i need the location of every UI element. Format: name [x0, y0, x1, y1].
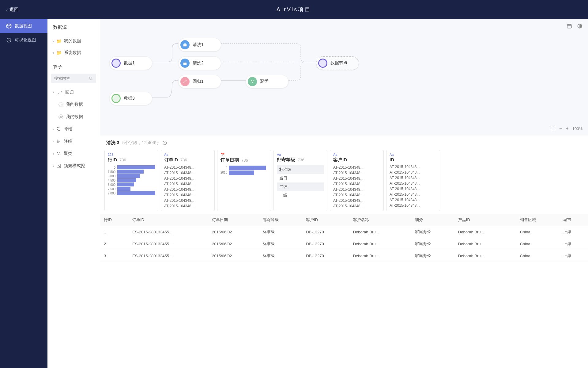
- chevron-down-icon: ⌄: [53, 91, 56, 94]
- data-table[interactable]: 行ID订单ID订单日期邮寄等级客户ID客户名称细分产品ID销售区域城市 1ES-…: [100, 214, 588, 368]
- svg-point-15: [59, 166, 60, 167]
- sources-heading: 数据源: [47, 25, 100, 35]
- zoom-controls: ⛶ − + 100%: [551, 126, 582, 131]
- card-id[interactable]: Aa ID AT-2015-104348...AT-2015-104348...…: [386, 150, 440, 211]
- svg-point-12: [60, 155, 61, 155]
- type-badge: 📅: [221, 153, 268, 157]
- dimred-icon: [56, 127, 61, 132]
- svg-rect-8: [58, 130, 60, 131]
- tree-label: 我的数据: [64, 38, 81, 44]
- op-pattern[interactable]: › 频繁模式挖: [47, 160, 100, 172]
- flow-node-endpoint[interactable]: 数据节点: [316, 56, 359, 70]
- node-label: 数据3: [124, 96, 135, 101]
- badge-icon: NNA: [58, 114, 63, 119]
- flow-node-clean1[interactable]: 清洗1: [178, 38, 221, 52]
- svg-point-24: [253, 80, 254, 81]
- pattern-icon: [56, 163, 61, 168]
- cluster-icon: [248, 77, 257, 86]
- chevron-right-icon: ›: [53, 128, 54, 131]
- svg-point-21: [185, 81, 186, 82]
- fit-icon[interactable]: ⛶: [551, 126, 556, 131]
- chevron-right-icon: ›: [53, 164, 54, 168]
- op-label: 降维: [64, 139, 72, 144]
- op-regression[interactable]: ⌄ 回归: [47, 86, 100, 98]
- chevron-right-icon: ›: [53, 140, 54, 143]
- chevron-right-icon: ›: [53, 152, 54, 155]
- panel-meta: 5个字段，12,406行: [123, 140, 160, 146]
- op-regression-child-2[interactable]: NNA 我的数据: [47, 111, 100, 123]
- svg-point-14: [58, 165, 58, 166]
- node-label: 回归1: [193, 79, 204, 84]
- back-button[interactable]: ‹ 返回: [0, 7, 25, 13]
- data-panel: 清洗 3 5个字段，12,406行 123 行ID736 01,5003,000…: [100, 136, 588, 368]
- op-label: 频繁模式挖: [64, 163, 85, 169]
- type-badge: Aa: [164, 153, 211, 156]
- source-my-data[interactable]: › 📁 我的数据: [47, 35, 100, 47]
- svg-point-1: [89, 77, 92, 79]
- svg-point-25: [252, 82, 253, 83]
- search-box: [51, 74, 96, 83]
- regression-icon: [58, 90, 63, 95]
- history-icon[interactable]: [162, 140, 167, 145]
- zoom-level: 100%: [572, 126, 582, 131]
- op-dimred-1[interactable]: › 降维: [47, 123, 100, 135]
- flow-node-data3[interactable]: 数据3: [109, 92, 152, 105]
- svg-point-10: [59, 152, 60, 153]
- app-header: ‹ 返回 AirVis项目: [0, 0, 588, 19]
- op-cluster[interactable]: › 聚类: [47, 148, 100, 160]
- op-label: 我的数据: [66, 102, 83, 107]
- clean-icon: [180, 59, 190, 68]
- svg-rect-18: [183, 44, 187, 46]
- flow-canvas[interactable]: 数据1 清洗1 清洗2 数据3: [100, 19, 588, 136]
- node-label: 清洗1: [193, 42, 204, 48]
- card-name: 行ID: [108, 157, 117, 163]
- node-label: 聚类: [260, 79, 269, 84]
- zoom-out-button[interactable]: −: [559, 126, 562, 131]
- svg-point-22: [186, 80, 187, 81]
- card-name: 订单日期: [221, 157, 239, 163]
- card-name: ID: [390, 157, 394, 162]
- card-customer-id[interactable]: Aa 客户ID AT-2015-104348...AT-2015-104348.…: [330, 150, 384, 211]
- card-row-id[interactable]: 123 行ID736 01,5003,0004,5006,0007,5009,0…: [104, 150, 158, 211]
- nav-label: 数据视图: [15, 23, 32, 29]
- tree-label: 系统数据: [64, 50, 81, 56]
- back-label: 返回: [9, 7, 19, 13]
- regression-icon: [180, 77, 190, 86]
- folder-icon: 📁: [56, 50, 62, 55]
- source-system-data[interactable]: › 📁 系统数据: [47, 47, 100, 59]
- card-name: 客户ID: [333, 157, 347, 163]
- card-name: 邮寄等级: [277, 157, 295, 163]
- node-label: 数据1: [124, 60, 135, 66]
- nav-viz-view[interactable]: 可视化视图: [0, 33, 47, 47]
- panel-title: 清洗 3: [106, 140, 119, 146]
- svg-point-23: [251, 80, 252, 81]
- card-ship-level[interactable]: Aa 邮寄等级736 标准级当日二级一级: [273, 150, 327, 211]
- op-label: 我的数据: [66, 114, 83, 120]
- card-order-date[interactable]: 📅 订单日期736 02018: [217, 150, 271, 211]
- card-count: 736: [180, 158, 187, 162]
- op-label: 回归: [65, 90, 74, 95]
- svg-rect-16: [567, 25, 571, 28]
- flow-node-clean2[interactable]: 清洗2: [178, 56, 221, 70]
- primary-nav: 数据视图 可视化视图: [0, 19, 47, 368]
- calendar-icon[interactable]: [567, 23, 572, 29]
- zoom-in-button[interactable]: +: [566, 126, 568, 131]
- op-label: 聚类: [64, 151, 72, 156]
- cluster-icon: [56, 151, 61, 156]
- folder-icon: 📁: [56, 39, 62, 44]
- card-order-id[interactable]: Aa 订单ID736 AT-2015-104348...AT-2015-1043…: [161, 150, 215, 211]
- flow-node-cluster[interactable]: 聚类: [246, 75, 288, 88]
- op-dimred-2[interactable]: › 降维: [47, 135, 100, 148]
- type-badge: 123: [108, 153, 155, 156]
- node-label: 数据节点: [330, 60, 348, 66]
- op-regression-child-1[interactable]: DTM 我的数据: [47, 98, 100, 111]
- op-label: 降维: [64, 126, 72, 132]
- contrast-icon[interactable]: [577, 23, 582, 29]
- svg-rect-13: [57, 164, 61, 168]
- flow-node-data1[interactable]: 数据1: [109, 56, 152, 70]
- svg-rect-19: [183, 63, 187, 65]
- flow-node-reg1[interactable]: 回归1: [178, 75, 221, 88]
- clean-icon: [180, 40, 190, 49]
- field-cards: 123 行ID736 01,5003,0004,5006,0007,5009,0…: [100, 150, 588, 214]
- nav-data-view[interactable]: 数据视图: [0, 19, 47, 33]
